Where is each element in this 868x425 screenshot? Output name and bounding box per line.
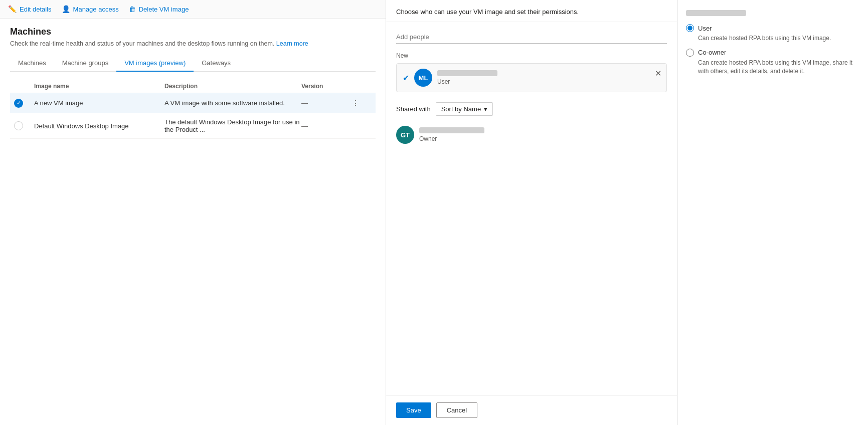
- panel-description: Choose who can use your VM image and set…: [386, 0, 677, 22]
- new-user-avatar: ML: [414, 69, 432, 87]
- table-header: Image name Description Version: [10, 80, 376, 93]
- row-check: ✓: [14, 99, 34, 108]
- col-version: Version: [301, 83, 352, 90]
- radio-option-user: User Can create hosted RPA bots using th…: [686, 24, 860, 43]
- chevron-down-icon: ▾: [484, 105, 487, 113]
- permission-user-name-blurred: [686, 10, 746, 16]
- tabs: Machines Machine groups VM images (previ…: [10, 55, 376, 72]
- shared-user-row: GT Owner: [396, 122, 667, 148]
- tab-machine-groups[interactable]: Machine groups: [54, 55, 117, 72]
- shared-with-header: Shared with Sort by Name ▾: [396, 102, 667, 116]
- table-row[interactable]: ✓ A new VM image A VM image with some so…: [10, 93, 376, 113]
- radio-user[interactable]: [686, 24, 694, 32]
- manage-access-panel: Choose who can use your VM image and set…: [386, 0, 868, 425]
- shared-user-info: Owner: [419, 127, 667, 142]
- remove-user-button[interactable]: ✕: [655, 69, 661, 78]
- panel-body: New ✔ ML User ✕ Shared with Sort by: [386, 22, 677, 395]
- edit-icon: ✏️: [8, 5, 17, 13]
- shared-user-role: Owner: [419, 135, 667, 142]
- manage-access-button[interactable]: 👤 Manage access: [62, 5, 119, 13]
- main-content: Machines Check the real-time health and …: [0, 19, 386, 425]
- row-image-name: A new VM image: [34, 99, 164, 107]
- row-actions-menu[interactable]: ⋮: [352, 98, 372, 108]
- radio-group: User Can create hosted RPA bots using th…: [686, 24, 860, 75]
- radio-label-user[interactable]: User: [686, 24, 860, 32]
- row-description: A VM image with some software installed.: [164, 99, 301, 107]
- edit-details-button[interactable]: ✏️ Edit details: [8, 5, 52, 13]
- col-description: Description: [164, 83, 301, 90]
- add-people-input[interactable]: [396, 30, 667, 44]
- panel-footer: Save Cancel: [386, 395, 677, 425]
- tab-gateways[interactable]: Gateways: [194, 55, 239, 72]
- toolbar: ✏️ Edit details 👤 Manage access 🗑 Delete…: [0, 0, 386, 19]
- sort-dropdown[interactable]: Sort by Name ▾: [436, 102, 493, 116]
- new-user-card: ✔ ML User ✕: [396, 63, 667, 92]
- row-description: The default Windows Desktop Image for us…: [164, 118, 301, 133]
- unselected-check-icon: [14, 121, 23, 130]
- new-user-role: User: [437, 78, 660, 85]
- shared-with-label: Shared with: [396, 105, 431, 113]
- radio-coowner[interactable]: [686, 49, 694, 57]
- shared-user-avatar: GT: [396, 126, 414, 144]
- table-row[interactable]: Default Windows Desktop Image The defaul…: [10, 113, 376, 139]
- radio-label-coowner[interactable]: Co-owner: [686, 49, 860, 57]
- page-subtitle: Check the real-time health and status of…: [10, 40, 376, 47]
- new-user-name-blurred: [437, 70, 497, 76]
- permission-panel: User Can create hosted RPA bots using th…: [677, 0, 868, 425]
- check-mark-icon: ✔: [403, 73, 409, 83]
- left-panel: ✏️ Edit details 👤 Manage access 🗑 Delete…: [0, 0, 386, 425]
- radio-user-description: Can create hosted RPA bots using this VM…: [698, 34, 860, 43]
- col-image-name: Image name: [34, 83, 164, 90]
- shared-with-section: Shared with Sort by Name ▾ GT Owner: [396, 102, 667, 148]
- shared-user-name-blurred: [419, 127, 484, 133]
- radio-user-label: User: [698, 25, 712, 32]
- sort-label: Sort by Name: [441, 105, 481, 113]
- row-check: [14, 121, 34, 130]
- col-actions: [352, 83, 372, 90]
- save-button[interactable]: Save: [396, 402, 431, 418]
- cancel-button[interactable]: Cancel: [436, 402, 477, 418]
- delete-vm-image-button[interactable]: 🗑 Delete VM image: [129, 5, 189, 13]
- tab-machines[interactable]: Machines: [10, 55, 54, 72]
- add-people-section: [396, 30, 667, 44]
- radio-coowner-label: Co-owner: [698, 49, 726, 56]
- new-user-info: User: [437, 70, 660, 85]
- col-check: [14, 83, 34, 90]
- tab-vm-images[interactable]: VM images (preview): [116, 55, 194, 72]
- row-version: —: [301, 122, 352, 130]
- selected-check-icon: ✓: [14, 99, 23, 108]
- learn-more-link[interactable]: Learn more: [276, 40, 308, 47]
- new-label: New: [396, 52, 667, 59]
- radio-coowner-description: Can create hosted RPA bots using this VM…: [698, 59, 860, 76]
- row-version: —: [301, 99, 352, 107]
- radio-option-coowner: Co-owner Can create hosted RPA bots usin…: [686, 49, 860, 76]
- row-image-name: Default Windows Desktop Image: [34, 122, 164, 130]
- manage-access-icon: 👤: [62, 5, 70, 13]
- page-title: Machines: [10, 27, 376, 37]
- delete-icon: 🗑: [129, 5, 136, 13]
- right-section: Choose who can use your VM image and set…: [386, 0, 868, 425]
